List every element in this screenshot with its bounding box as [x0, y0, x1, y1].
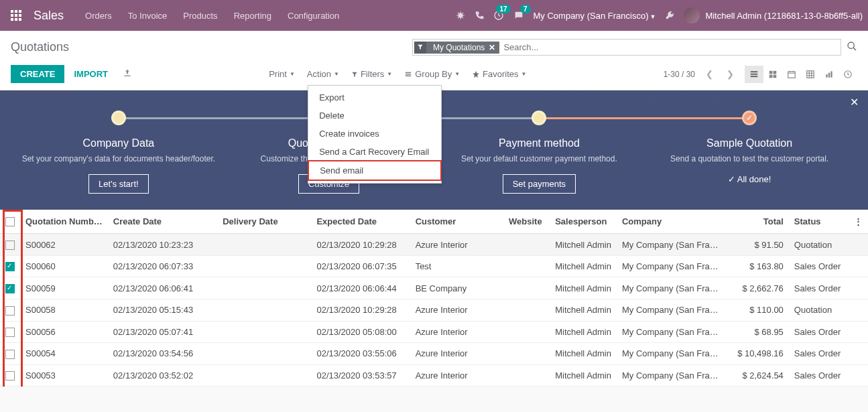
cell-website — [503, 299, 550, 322]
user-menu[interactable]: Mitchell Admin (1218681-13-0-8b6ff5-all) — [684, 7, 863, 23]
phone-icon[interactable] — [475, 11, 484, 20]
action-delete[interactable]: Delete — [308, 107, 441, 125]
chevron-down-icon: ▼ — [521, 71, 527, 77]
favorites-dropdown[interactable]: Favorites▼ — [472, 69, 526, 79]
close-icon[interactable]: ✕ — [850, 96, 859, 109]
check-icon: ✓ — [742, 111, 757, 125]
view-list-icon[interactable] — [745, 66, 763, 83]
svg-rect-5 — [19, 14, 21, 17]
row-checkbox[interactable] — [5, 371, 15, 381]
cell-salesperson: Mitchell Admin — [550, 299, 617, 322]
company-switcher[interactable]: My Company (San Francisco)▼ — [534, 11, 656, 21]
cell-company: My Company (San Fra… — [617, 343, 724, 365]
search-bar[interactable]: My Quotations ✕ — [412, 39, 841, 56]
filters-dropdown[interactable]: Filters▼ — [351, 69, 392, 79]
row-checkbox[interactable] — [5, 306, 15, 316]
cell-customer: Azure Interior — [410, 343, 503, 365]
search-facet[interactable]: My Quotations ✕ — [414, 42, 499, 54]
avatar — [684, 7, 700, 23]
menu-to-invoice[interactable]: To Invoice — [120, 11, 176, 21]
search-input[interactable] — [499, 41, 839, 54]
col-options-icon[interactable]: ⋮ — [849, 210, 868, 234]
debug-icon[interactable] — [456, 11, 465, 20]
filter-icon — [414, 42, 426, 54]
create-button[interactable]: CREATE — [11, 65, 64, 83]
action-cart-recovery[interactable]: Send a Cart Recovery Email — [308, 143, 441, 161]
col-salesperson[interactable]: Salesperson — [550, 210, 617, 234]
chevron-down-icon: ▼ — [334, 71, 339, 77]
row-checkbox[interactable] — [5, 262, 15, 271]
remove-facet-icon[interactable]: ✕ — [489, 43, 495, 52]
cell-delivery-date — [217, 277, 311, 299]
app-brand[interactable]: Sales — [27, 9, 77, 23]
svg-rect-20 — [769, 74, 773, 78]
menu-orders[interactable]: Orders — [77, 11, 120, 21]
pager-prev[interactable]: ❮ — [703, 69, 716, 79]
import-button[interactable]: IMPORT — [64, 65, 117, 83]
table-row[interactable]: S0005902/13/2020 06:06:4102/13/2020 06:0… — [0, 277, 868, 299]
view-calendar-icon[interactable] — [782, 66, 801, 83]
action-dropdown[interactable]: Action▼ — [307, 69, 339, 79]
badge-count-1: 17 — [496, 5, 510, 13]
col-status[interactable]: Status — [789, 210, 849, 234]
upload-icon[interactable] — [123, 68, 132, 80]
table-row[interactable]: S0006202/13/2020 10:23:2302/13/2020 10:2… — [0, 234, 868, 256]
print-dropdown[interactable]: Print▼ — [269, 69, 295, 79]
action-send-email[interactable]: Send email — [308, 160, 442, 181]
cell-expected-date: 02/13/2020 03:53:57 — [311, 364, 410, 387]
chat-icon[interactable]: 7 — [513, 10, 524, 21]
col-create-date[interactable]: Create Date — [108, 210, 217, 234]
step-button[interactable]: Let's start! — [88, 174, 149, 194]
table-row[interactable]: S0005302/13/2020 03:52:0202/13/2020 03:5… — [0, 364, 868, 387]
menu-products[interactable]: Products — [175, 11, 225, 21]
search-icon[interactable] — [847, 41, 857, 54]
cell-salesperson: Mitchell Admin — [550, 255, 617, 277]
table-row[interactable]: S0006002/13/2020 06:07:3302/13/2020 06:0… — [0, 255, 868, 277]
col-customer[interactable]: Customer — [410, 210, 503, 234]
svg-rect-21 — [773, 74, 777, 78]
step-done: ✓ All done! — [728, 174, 771, 184]
cell-quotation: S00053 — [20, 364, 108, 387]
col-total[interactable]: Total — [724, 210, 789, 234]
cell-total: $ 110.00 — [724, 299, 789, 322]
table-row[interactable]: S0005802/13/2020 05:15:4302/13/2020 10:2… — [0, 299, 868, 322]
view-graph-icon[interactable] — [820, 66, 839, 83]
menu-reporting[interactable]: Reporting — [226, 11, 280, 21]
select-all-checkbox[interactable] — [5, 217, 15, 226]
groupby-dropdown[interactable]: Group By▼ — [404, 69, 460, 79]
col-company[interactable]: Company — [617, 210, 724, 234]
cell-customer: Test — [410, 255, 503, 277]
view-activity-icon[interactable] — [839, 66, 857, 83]
step-button[interactable]: Set payments — [503, 174, 576, 194]
cell-customer: Azure Interior — [410, 321, 503, 343]
cell-website — [503, 234, 550, 256]
wrench-icon[interactable] — [665, 11, 674, 20]
badge-count-2: 7 — [520, 5, 531, 13]
col-expected-date[interactable]: Expected Date — [311, 210, 410, 234]
action-create-invoices[interactable]: Create invoices — [308, 125, 441, 143]
col-website[interactable]: Website — [503, 210, 550, 234]
row-checkbox[interactable] — [5, 284, 15, 293]
row-checkbox[interactable] — [5, 241, 15, 250]
step-company-data: Company Data Set your company's data for… — [13, 111, 224, 194]
pager[interactable]: 1-30 / 30 — [664, 70, 695, 79]
svg-rect-12 — [406, 72, 411, 72]
row-checkbox[interactable] — [5, 350, 15, 359]
view-kanban-icon[interactable] — [763, 66, 782, 83]
row-checkbox[interactable] — [5, 328, 15, 337]
view-pivot-icon[interactable] — [801, 66, 820, 83]
filter-icon — [351, 71, 358, 78]
table-row[interactable]: S0005402/13/2020 03:54:5602/13/2020 03:5… — [0, 343, 868, 365]
pager-next[interactable]: ❯ — [724, 69, 737, 79]
clock-icon[interactable]: 17 — [493, 10, 504, 21]
chevron-down-icon: ▼ — [387, 71, 392, 77]
col-delivery-date[interactable]: Delivery Date — [217, 210, 311, 234]
svg-rect-16 — [751, 73, 758, 74]
action-export[interactable]: Export — [308, 88, 441, 107]
table-row[interactable]: S0005602/13/2020 05:07:4102/13/2020 05:0… — [0, 321, 868, 343]
col-quotation[interactable]: Quotation Numb… — [20, 210, 108, 234]
cell-website — [503, 255, 550, 277]
svg-rect-25 — [828, 72, 830, 77]
menu-configuration[interactable]: Configuration — [280, 11, 347, 21]
apps-icon[interactable] — [5, 10, 27, 21]
